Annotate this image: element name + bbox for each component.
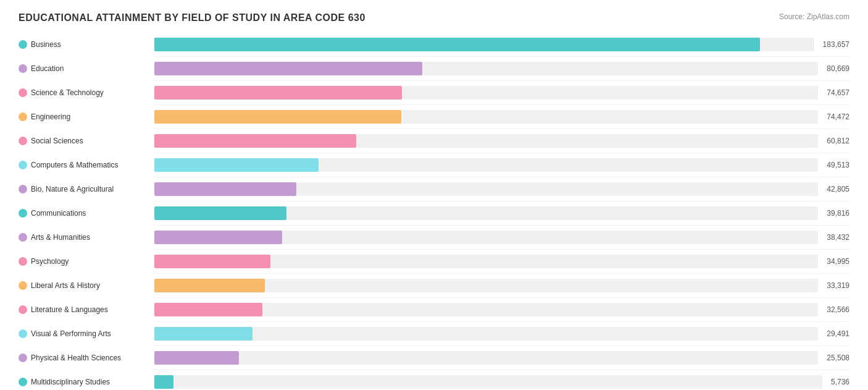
bar-label: Science & Technology xyxy=(31,88,104,97)
bar-label-cell: Arts & Humanities xyxy=(19,233,154,242)
bar-cell: 183,657 xyxy=(154,38,849,51)
dot-icon xyxy=(19,112,27,121)
dot-icon xyxy=(19,257,27,266)
table-row: Computers & Mathematics 49,513 xyxy=(19,155,849,175)
bar-value: 80,669 xyxy=(827,64,849,73)
bar-cell: 60,812 xyxy=(154,134,849,148)
bar-label-cell: Physical & Health Sciences xyxy=(19,354,154,362)
bar-label: Bio, Nature & Agricultural xyxy=(31,185,114,193)
table-row: Literature & Languages 32,566 xyxy=(19,300,849,320)
table-row: Physical & Health Sciences 25,508 xyxy=(19,348,849,368)
table-row: Bio, Nature & Agricultural 42,805 xyxy=(19,179,849,199)
bar-wrapper xyxy=(154,110,818,124)
bar-cell: 42,805 xyxy=(154,182,849,196)
row-separator xyxy=(154,201,849,201)
bar-label: Communications xyxy=(31,209,86,218)
bar-background xyxy=(154,327,818,341)
row-separator xyxy=(154,249,849,250)
chart-area: Business 183,657 Education 80,669 xyxy=(19,35,849,390)
dot-icon xyxy=(19,281,27,290)
dot-icon xyxy=(19,161,27,169)
table-row: Visual & Performing Arts 29,491 xyxy=(19,324,849,344)
bar-label-cell: Liberal Arts & History xyxy=(19,281,154,290)
bar-fill xyxy=(154,158,319,172)
bar-label-cell: Social Sciences xyxy=(19,137,154,145)
bar-cell: 32,566 xyxy=(154,303,849,316)
row-separator xyxy=(154,177,849,177)
bar-label-cell: Education xyxy=(19,64,154,73)
bar-wrapper xyxy=(154,38,814,51)
table-row: Liberal Arts & History 33,319 xyxy=(19,276,849,295)
row-separator xyxy=(154,56,849,57)
row-separator xyxy=(154,104,849,105)
bar-fill xyxy=(154,86,402,100)
bar-label-cell: Computers & Mathematics xyxy=(19,161,154,169)
bar-wrapper xyxy=(154,327,818,341)
dot-icon xyxy=(19,40,27,49)
dot-icon xyxy=(19,185,27,193)
bar-fill xyxy=(154,206,286,220)
bar-label: Liberal Arts & History xyxy=(31,281,100,290)
bar-cell: 38,432 xyxy=(154,231,849,244)
bar-label: Multidisciplinary Studies xyxy=(31,378,110,386)
bar-label: Literature & Languages xyxy=(31,305,108,314)
table-row: Communications 39,816 xyxy=(19,203,849,223)
bar-value: 33,319 xyxy=(827,281,849,290)
dot-icon xyxy=(19,209,27,218)
bar-label-cell: Multidisciplinary Studies xyxy=(19,378,154,386)
bar-fill xyxy=(154,327,252,341)
row-separator xyxy=(154,273,849,274)
bar-cell: 39,816 xyxy=(154,206,849,220)
bar-label-cell: Visual & Performing Arts xyxy=(19,329,154,338)
row-separator xyxy=(154,225,849,226)
bar-wrapper xyxy=(154,255,818,268)
bar-value: 39,816 xyxy=(827,209,849,218)
bar-fill xyxy=(154,351,239,365)
dot-icon xyxy=(19,354,27,362)
bar-cell: 80,669 xyxy=(154,62,849,75)
bar-fill xyxy=(154,303,262,316)
bar-wrapper xyxy=(154,303,818,316)
dot-icon xyxy=(19,233,27,242)
bar-fill xyxy=(154,231,282,244)
bar-value: 74,657 xyxy=(827,88,849,97)
bar-wrapper xyxy=(154,279,818,292)
bar-fill xyxy=(154,62,422,75)
bar-cell: 25,508 xyxy=(154,351,849,365)
bar-wrapper xyxy=(154,134,818,148)
row-separator xyxy=(154,297,849,298)
row-separator xyxy=(154,80,849,81)
dot-icon xyxy=(19,64,27,73)
source-label: Source: ZipAtlas.com xyxy=(779,12,849,21)
bar-wrapper xyxy=(154,86,818,100)
bar-label-cell: Business xyxy=(19,40,154,49)
bar-background xyxy=(154,375,822,389)
bar-label-cell: Literature & Languages xyxy=(19,305,154,314)
bar-cell: 74,657 xyxy=(154,86,849,100)
table-row: Psychology 34,995 xyxy=(19,252,849,271)
row-separator xyxy=(154,129,849,129)
bar-label: Psychology xyxy=(31,257,69,266)
row-separator xyxy=(154,321,849,322)
bar-value: 60,812 xyxy=(827,137,849,145)
row-separator xyxy=(154,370,849,370)
table-row: Education 80,669 xyxy=(19,59,849,78)
bar-value: 34,995 xyxy=(827,257,849,266)
bar-fill xyxy=(154,375,173,389)
bar-value: 183,657 xyxy=(823,40,849,49)
dot-icon xyxy=(19,137,27,145)
table-row: Social Sciences 60,812 xyxy=(19,131,849,151)
bar-value: 32,566 xyxy=(827,305,849,314)
bar-fill xyxy=(154,38,760,51)
bar-label-cell: Engineering xyxy=(19,112,154,121)
bar-label-cell: Bio, Nature & Agricultural xyxy=(19,185,154,193)
bar-cell: 49,513 xyxy=(154,158,849,172)
row-separator xyxy=(154,153,849,153)
bar-label: Social Sciences xyxy=(31,137,83,145)
bar-wrapper xyxy=(154,375,822,389)
dot-icon xyxy=(19,88,27,97)
bar-fill xyxy=(154,134,356,148)
bar-wrapper xyxy=(154,231,818,244)
bar-fill xyxy=(154,182,296,196)
bar-background xyxy=(154,351,818,365)
